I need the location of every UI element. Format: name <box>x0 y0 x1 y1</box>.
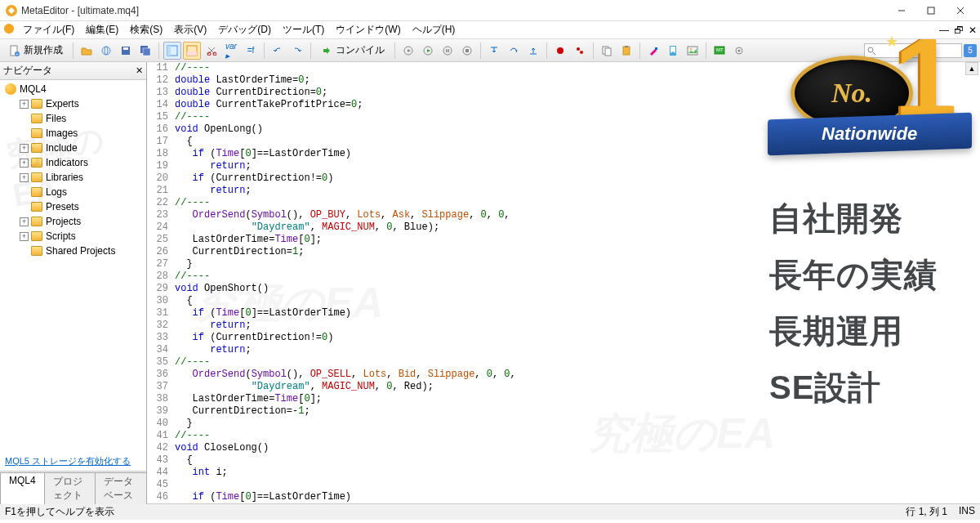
svg-rect-34 <box>625 46 628 47</box>
panel-button[interactable]: 5 <box>964 44 977 57</box>
minimize-button[interactable] <box>887 1 916 20</box>
tree-root[interactable]: MQL4 <box>2 82 145 96</box>
paste-button[interactable] <box>617 42 635 60</box>
tree-item[interactable]: Files <box>2 111 145 126</box>
cut-button[interactable] <box>203 42 220 60</box>
navigator-header: ナビゲータ ✕ <box>0 62 146 80</box>
menu-item[interactable]: ツール(T) <box>278 22 329 37</box>
new-file-button[interactable]: +新規作成 <box>3 42 69 60</box>
navigator-tabs: MQL4 プロジェクト データベース <box>0 471 146 503</box>
play-button[interactable] <box>419 42 437 60</box>
menu-item[interactable]: ヘルプ(H) <box>408 22 461 37</box>
titlebar: MetaEditor - [ultimate.mq4] <box>0 0 980 21</box>
svg-point-42 <box>738 49 741 51</box>
breakpoint-button[interactable] <box>551 42 569 60</box>
save-all-button[interactable] <box>136 42 154 60</box>
step-over-button[interactable] <box>505 42 523 60</box>
svg-point-38 <box>690 48 692 50</box>
status-help: F1を押してヘルプを表示 <box>5 505 114 519</box>
close-button[interactable] <box>946 1 975 20</box>
tree-item[interactable]: +Indicators <box>2 155 145 170</box>
mdi-close-icon[interactable]: ✕ <box>969 25 977 36</box>
watermark: 究極のEA <box>588 405 775 463</box>
svg-text:MT: MT <box>716 47 724 52</box>
open-button[interactable] <box>78 42 96 60</box>
svg-rect-24 <box>446 49 448 52</box>
settings-button[interactable] <box>730 42 748 60</box>
tree-item[interactable]: +Include <box>2 141 145 155</box>
scroll-up-button[interactable]: ▲ <box>965 62 978 75</box>
folder-icon <box>31 246 42 256</box>
tab-mql4[interactable]: MQL4 <box>0 472 45 504</box>
bookmark-button[interactable] <box>664 42 682 60</box>
folder-icon <box>31 187 42 197</box>
code-area[interactable]: //----double LastOrderTime=0;double Curr… <box>175 62 516 503</box>
step-out-button[interactable] <box>524 42 542 60</box>
svg-text:+: + <box>16 51 19 56</box>
svg-rect-32 <box>605 48 611 56</box>
save-button[interactable] <box>117 42 135 60</box>
expander-icon[interactable]: + <box>20 217 29 226</box>
expander-icon[interactable]: + <box>20 144 29 153</box>
tree-item[interactable]: Shared Projects <box>2 244 145 258</box>
debug-run-button[interactable] <box>399 42 417 60</box>
stop-button[interactable] <box>458 42 476 60</box>
svg-point-5 <box>4 24 14 34</box>
step-into-button[interactable] <box>485 42 503 60</box>
menu-item[interactable]: デバッグ(D) <box>213 22 276 37</box>
search-box[interactable] <box>864 43 962 58</box>
svg-rect-33 <box>623 47 630 55</box>
redo-button[interactable] <box>288 42 306 60</box>
search-icon <box>866 46 876 56</box>
expander-icon[interactable]: + <box>20 100 29 109</box>
mql4-icon <box>5 83 16 95</box>
expander-icon[interactable]: + <box>20 173 29 182</box>
var-button[interactable]: var▶ <box>222 42 240 60</box>
layout1-button[interactable] <box>163 42 181 60</box>
copy-button[interactable] <box>598 42 616 60</box>
toolbar: +新規作成 var▶ =f コンパイル MT 5 <box>0 39 980 62</box>
maximize-button[interactable] <box>916 1 946 20</box>
svg-point-30 <box>580 51 583 54</box>
folder-icon <box>31 99 42 109</box>
navigator-title: ナビゲータ <box>3 64 52 78</box>
terminal-button[interactable]: MT <box>710 42 728 60</box>
folder-icon <box>31 202 42 212</box>
undo-button[interactable] <box>269 42 287 60</box>
func-button[interactable]: =f <box>242 42 260 60</box>
menu-item[interactable]: ウインドウ(W) <box>331 22 405 37</box>
compile-label: コンパイル <box>336 43 385 57</box>
tree-item[interactable]: Images <box>2 126 145 141</box>
mql5-storage-link[interactable]: MQL5 ストレージを有効化する <box>5 456 131 466</box>
mdi-restore-icon[interactable]: 🗗 <box>954 25 964 36</box>
navigator-pane: ナビゲータ ✕ 究極のEA MQL4 +ExpertsFilesImages+I… <box>0 62 147 503</box>
bookmarks-button[interactable] <box>571 42 589 60</box>
svg-rect-12 <box>123 47 128 50</box>
expander-icon[interactable]: + <box>20 159 29 168</box>
svg-point-43 <box>868 47 873 52</box>
layout2-button[interactable] <box>183 42 201 60</box>
code-editor[interactable]: ▲ 究極のEA 究極のEA 11121314151617181920212223… <box>147 62 980 503</box>
menu-item[interactable]: 検索(S) <box>125 22 167 37</box>
menu-item[interactable]: ファイル(F) <box>18 22 79 37</box>
tree-item[interactable]: +Projects <box>2 214 145 229</box>
svg-point-23 <box>443 47 452 55</box>
navigator-close-icon[interactable]: ✕ <box>136 65 143 76</box>
pause-button[interactable] <box>439 42 457 60</box>
url-button[interactable] <box>97 42 115 60</box>
menu-item[interactable]: 表示(V) <box>169 22 212 37</box>
compile-button[interactable]: コンパイル <box>315 42 390 60</box>
tree-item[interactable]: +Libraries <box>2 170 145 185</box>
tree-item[interactable]: Logs <box>2 185 145 199</box>
mdi-minimize-icon[interactable]: — <box>939 25 949 36</box>
tab-database[interactable]: データベース <box>95 472 147 504</box>
tree-item[interactable]: +Scripts <box>2 229 145 244</box>
tree-item[interactable]: +Experts <box>2 96 145 111</box>
styler-button[interactable] <box>644 42 662 60</box>
image-button[interactable] <box>684 42 702 60</box>
tree-item[interactable]: Presets <box>2 199 145 214</box>
menu-item[interactable]: 編集(E) <box>81 22 123 37</box>
expander-icon[interactable]: + <box>20 232 29 241</box>
tab-project[interactable]: プロジェクト <box>44 472 96 504</box>
navigator-tree[interactable]: 究極のEA MQL4 +ExpertsFilesImages+Include+I… <box>0 80 146 452</box>
